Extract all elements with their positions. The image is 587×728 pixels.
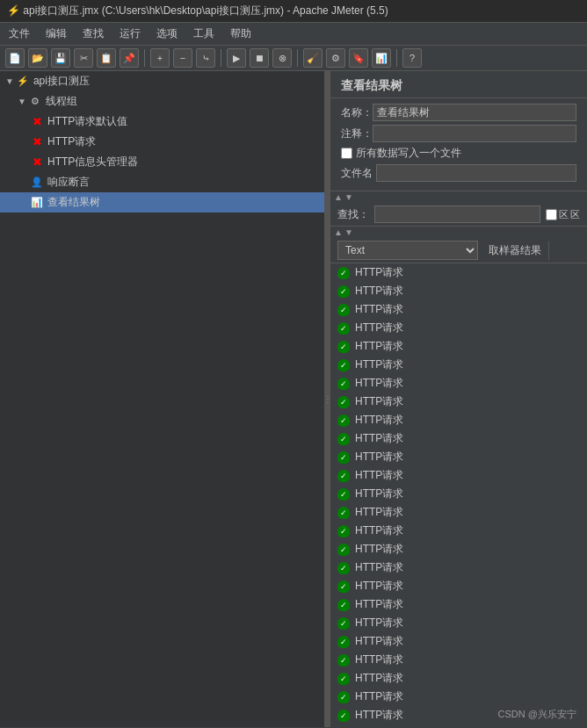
result-list-item[interactable]: ✓HTTP请求	[330, 503, 587, 522]
success-icon: ✓	[337, 267, 350, 279]
title-bar: ⚡ api接口测压.jmx (C:\Users\hk\Desktop\api接口…	[0, 0, 587, 23]
result-list-item[interactable]: ✓HTTP请求	[330, 669, 587, 688]
menu-bar: 文件编辑查找运行选项工具帮助	[0, 23, 587, 46]
menu-item-选项[interactable]: 选项	[151, 25, 183, 43]
toolbar-separator	[396, 49, 397, 67]
result-list-item[interactable]: ✓HTTP请求	[330, 393, 587, 411]
success-icon: ✓	[337, 580, 350, 593]
comment-input[interactable]	[373, 125, 576, 142]
file-input[interactable]	[376, 164, 576, 182]
copy-button[interactable]: 📋	[97, 48, 116, 68]
result-list-item[interactable]: ✓HTTP请求	[330, 356, 587, 374]
play-button[interactable]: ▶	[227, 48, 246, 68]
success-icon: ✓	[337, 488, 350, 501]
watermark: CSDN @兴乐安宁	[498, 708, 576, 721]
tree-item[interactable]: 📊查看结果树	[0, 192, 324, 213]
result-list-item[interactable]: ✓HTTP请求	[330, 632, 587, 651]
menu-item-编辑[interactable]: 编辑	[40, 25, 72, 43]
sampler-result-tab[interactable]: 取样器结果	[482, 241, 549, 260]
tree-item[interactable]: ✖HTTP信息头管理器	[0, 152, 324, 172]
search-row: 查找： 区 区	[330, 203, 587, 227]
new-button[interactable]: 📄	[5, 48, 25, 68]
success-icon: ✓	[337, 525, 350, 537]
name-input[interactable]	[373, 104, 576, 121]
write-all-label: 所有数据写入一个文件	[356, 146, 461, 161]
menu-item-工具[interactable]: 工具	[188, 25, 220, 43]
case-checkbox[interactable]	[546, 209, 557, 220]
result-list-item[interactable]: ✓HTTP请求	[330, 374, 587, 393]
search-input[interactable]	[374, 205, 540, 223]
remove-button[interactable]: −	[173, 48, 192, 68]
comment-label: 注释：	[341, 126, 373, 141]
success-icon: ✓	[337, 617, 350, 630]
result-list-item[interactable]: ✓HTTP请求	[330, 651, 587, 669]
success-icon: ✓	[337, 470, 350, 482]
save-button[interactable]: 💾	[51, 48, 70, 68]
result-list-item[interactable]: ✓HTTP请求	[330, 614, 587, 632]
cut-button[interactable]: ✂	[74, 48, 93, 68]
dropdown-row: TextRegExp TesterCSS Selector TesterXPat…	[330, 238, 587, 263]
results-list: ✓HTTP请求✓HTTP请求✓HTTP请求✓HTTP请求✓HTTP请求✓HTTP…	[330, 263, 587, 727]
name-label: 名称：	[341, 105, 373, 120]
success-icon: ✓	[337, 285, 350, 298]
result-list-item[interactable]: ✓HTTP请求	[330, 595, 587, 614]
undo-button[interactable]: ⤷	[196, 48, 215, 68]
search-label: 查找：	[337, 207, 369, 222]
view-select[interactable]: TextRegExp TesterCSS Selector TesterXPat…	[337, 241, 478, 260]
tree-panel: ▼ ⚡api接口测压▼ ⚙线程组✖HTTP请求默认值✖HTTP请求✖HTTP信息…	[0, 71, 325, 727]
result-list-item[interactable]: ✓HTTP请求	[330, 688, 587, 706]
title-icon: ⚡	[7, 4, 20, 17]
menu-item-运行[interactable]: 运行	[114, 25, 146, 43]
menu-item-查找[interactable]: 查找	[77, 25, 109, 43]
result-list-item[interactable]: ✓HTTP请求	[330, 411, 587, 429]
tree-item[interactable]: ▼ ⚡api接口测压	[0, 71, 324, 91]
toolbar-separator	[144, 49, 145, 67]
result-list-item[interactable]: ✓HTTP请求	[330, 300, 587, 319]
paste-button[interactable]: 📌	[120, 48, 139, 68]
result-list-item[interactable]: ✓HTTP请求	[330, 485, 587, 503]
add-button[interactable]: +	[150, 48, 170, 68]
settings-button[interactable]: ⚙	[326, 48, 345, 68]
bookmark-button[interactable]: 🔖	[349, 48, 368, 68]
result-list-item[interactable]: ✓HTTP请求	[330, 429, 587, 448]
result-list-item[interactable]: ✓HTTP请求	[330, 448, 587, 466]
scroll-arrows: ▲ ▼	[330, 191, 587, 203]
success-icon: ✓	[337, 673, 350, 685]
toolbar: 📄📂💾✂📋📌+−⤷▶⏹⊗🧹⚙🔖📊?	[0, 46, 587, 71]
chart-button[interactable]: 📊	[372, 48, 391, 68]
tree-item[interactable]: ✖HTTP请求	[0, 132, 324, 152]
success-icon: ✓	[337, 433, 350, 445]
result-list-item[interactable]: ✓HTTP请求	[330, 282, 587, 300]
result-list-item[interactable]: ✓HTTP请求	[330, 577, 587, 595]
success-icon: ✓	[337, 359, 350, 371]
result-list-item[interactable]: ✓HTTP请求	[330, 337, 587, 356]
file-label: 文件名	[341, 166, 373, 181]
tree-item[interactable]: ✖HTTP请求默认值	[0, 112, 324, 132]
open-button[interactable]: 📂	[28, 48, 47, 68]
write-all-checkbox[interactable]	[341, 148, 352, 159]
success-icon: ✓	[337, 710, 350, 722]
success-icon: ✓	[337, 378, 350, 390]
menu-item-帮助[interactable]: 帮助	[225, 25, 257, 43]
title-text: api接口测压.jmx (C:\Users\hk\Desktop\api接口测压…	[23, 4, 388, 17]
result-list-item[interactable]: ✓HTTP请求	[330, 466, 587, 485]
result-list-item[interactable]: ✓HTTP请求	[330, 522, 587, 540]
result-list-item[interactable]: ✓HTTP请求	[330, 263, 587, 282]
main-area: ▼ ⚡api接口测压▼ ⚙线程组✖HTTP请求默认值✖HTTP请求✖HTTP信息…	[0, 71, 587, 727]
success-icon: ✓	[337, 451, 350, 464]
stop-button[interactable]: ⏹	[250, 48, 269, 68]
regex-label: 区	[570, 208, 580, 221]
success-icon: ✓	[337, 322, 350, 335]
clear-button[interactable]: 🧹	[303, 48, 322, 68]
tree-item[interactable]: ▼ ⚙线程组	[0, 91, 324, 112]
menu-item-文件[interactable]: 文件	[4, 25, 35, 43]
result-list-item[interactable]: ✓HTTP请求	[330, 559, 587, 577]
tree-item[interactable]: 👤响应断言	[0, 172, 324, 192]
help-button[interactable]: ?	[402, 48, 422, 68]
success-icon: ✓	[337, 599, 350, 611]
success-icon: ✓	[337, 341, 350, 353]
result-list-item[interactable]: ✓HTTP请求	[330, 540, 587, 559]
stop2-button[interactable]: ⊗	[272, 48, 292, 68]
success-icon: ✓	[337, 691, 350, 703]
result-list-item[interactable]: ✓HTTP请求	[330, 319, 587, 337]
